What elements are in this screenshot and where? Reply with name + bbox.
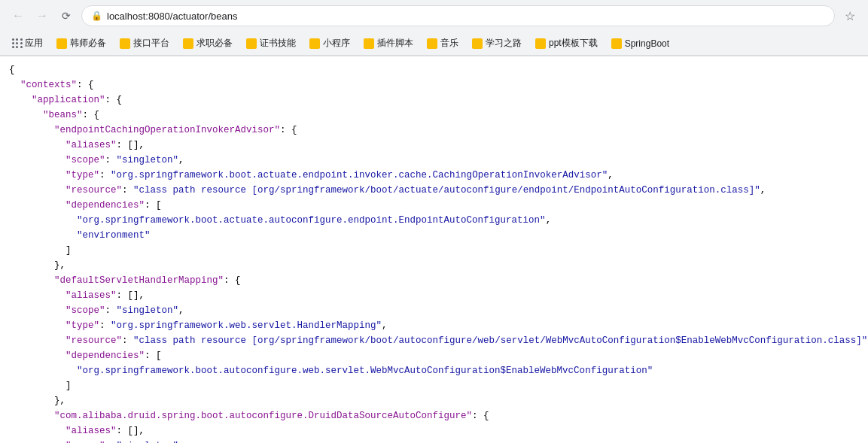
- bookmark-folder-icon: [427, 38, 437, 49]
- bookmark-folder-icon: [309, 38, 320, 49]
- bookmark-label: ppt模板下载: [549, 37, 598, 50]
- bookmark-label: 学习之路: [486, 37, 522, 50]
- bookmark-item-10[interactable]: SpringBoot: [605, 36, 675, 51]
- bookmark-label: 韩师必备: [70, 37, 106, 50]
- bookmark-item-1[interactable]: 韩师必备: [50, 35, 112, 52]
- bookmark-label: 音乐: [440, 37, 458, 50]
- bookmark-item-8[interactable]: 学习之路: [466, 35, 528, 52]
- bookmark-item-4[interactable]: 证书技能: [240, 35, 302, 52]
- lock-icon: 🔒: [91, 11, 102, 21]
- reload-button[interactable]: ⟳: [57, 7, 75, 25]
- bookmark-item-5[interactable]: 小程序: [303, 35, 356, 52]
- bookmarks-bar: 应用 韩师必备 接口平台 求职必备 证书技能 小程序 插件脚本 音乐: [0, 32, 868, 56]
- nav-bar: ← → ⟳ 🔒 localhost:8080/actuator/beans ☆: [0, 0, 868, 32]
- bookmark-label: 证书技能: [260, 37, 296, 50]
- bookmark-folder-icon: [472, 38, 483, 49]
- apps-grid-icon: [12, 38, 23, 49]
- apps-menu-button[interactable]: 应用: [6, 35, 49, 52]
- bookmark-label: 接口平台: [133, 37, 169, 50]
- bookmark-label: 小程序: [323, 37, 350, 50]
- apps-label: 应用: [25, 37, 43, 50]
- bookmark-item-6[interactable]: 插件脚本: [358, 35, 419, 52]
- bookmark-folder-icon: [120, 38, 130, 49]
- bookmark-item-3[interactable]: 求职必备: [177, 35, 239, 52]
- bookmark-star-button[interactable]: ☆: [841, 7, 859, 25]
- bookmark-label: 求职必备: [196, 37, 233, 50]
- bookmark-item-2[interactable]: 接口平台: [114, 35, 175, 52]
- browser-chrome: ← → ⟳ 🔒 localhost:8080/actuator/beans ☆ …: [0, 0, 868, 56]
- bookmark-folder-icon: [246, 38, 257, 49]
- bookmark-folder-icon: [364, 38, 374, 49]
- bookmark-label: 插件脚本: [377, 37, 413, 50]
- bookmark-label: SpringBoot: [625, 38, 669, 49]
- forward-button[interactable]: →: [33, 7, 51, 25]
- bookmark-folder-icon: [611, 38, 622, 49]
- address-bar[interactable]: 🔒 localhost:8080/actuator/beans: [81, 5, 835, 26]
- back-button[interactable]: ←: [9, 7, 27, 25]
- bookmark-folder-icon: [56, 38, 67, 49]
- bookmark-item-9[interactable]: ppt模板下载: [529, 35, 604, 52]
- json-content: { "contexts": { "application": { "beans"…: [0, 56, 868, 443]
- bookmark-folder-icon: [535, 38, 546, 49]
- bookmark-folder-icon: [183, 38, 193, 49]
- address-text: localhost:8080/actuator/beans: [107, 11, 825, 22]
- bookmark-item-7[interactable]: 音乐: [421, 35, 464, 52]
